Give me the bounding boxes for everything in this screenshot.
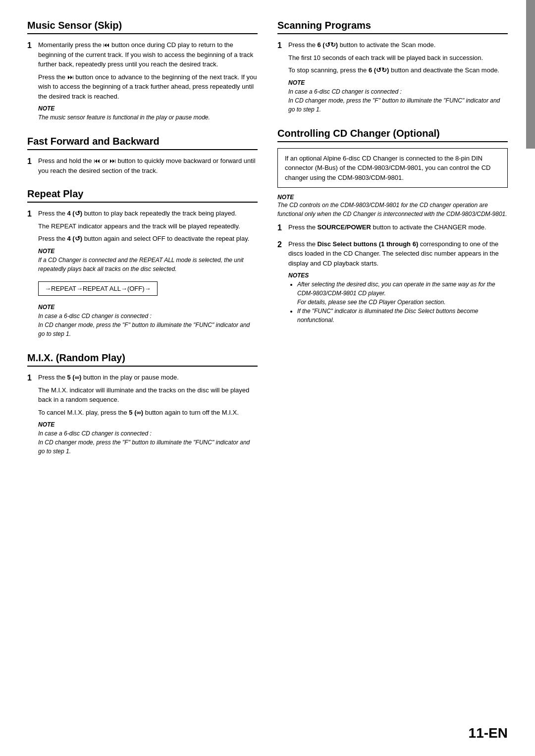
- repeat-play-p2: The REPEAT indicator appears and the tra…: [38, 221, 258, 231]
- mix-play-step1: 1 Press the 5 (∞) button in the play or …: [27, 373, 258, 460]
- section-mix-play: M.I.X. (Random Play) 1 Press the 5 (∞) b…: [27, 352, 258, 460]
- repeat-play-p3: Press the 4 (↺) button again and select …: [38, 234, 258, 244]
- cd-changer-notes-plural: NOTES After selecting the desired disc, …: [288, 271, 508, 324]
- scanning-p2: The first 10 seconds of each track will …: [288, 53, 508, 63]
- repeat-play-step1: 1 Press the 4 (↺) button to play back re…: [27, 209, 258, 342]
- cd-changer-step2-content: Press the Disc Select buttons (1 through…: [288, 239, 508, 329]
- cd-changer-step1: 1 Press the SOURCE/POWER button to activ…: [277, 222, 508, 235]
- repeat-play-note2: NOTE In case a 6-disc CD changer is conn…: [38, 303, 258, 338]
- right-column: Scanning Programs 1 Press the 6 (↺↻) but…: [277, 20, 508, 470]
- page-num-value: 11: [469, 725, 484, 741]
- repeat-diagram: →REPEAT→REPEAT ALL→(OFF)→: [38, 281, 158, 296]
- section-music-sensor: Music Sensor (Skip) 1 Momentarily press …: [27, 20, 258, 126]
- mix-play-note: NOTE In case a 6-disc CD changer is conn…: [38, 420, 258, 456]
- cd-changer-info-box: If an optional Alpine 6-disc CD Changer …: [277, 148, 508, 188]
- page-num-suffix: -EN: [484, 725, 508, 741]
- mix-play-p1: Press the 5 (∞) button in the play or pa…: [38, 373, 258, 382]
- scanning-step1-content: Press the 6 (↺↻) button to activate the …: [288, 40, 508, 118]
- step-num-ff1: 1: [27, 156, 35, 178]
- repeat-play-step1-content: Press the 4 (↺) button to play back repe…: [38, 209, 258, 342]
- page-container: Music Sensor (Skip) 1 Momentarily press …: [0, 0, 535, 756]
- music-sensor-p1: Momentarily press the ⏮ button once duri…: [38, 40, 258, 69]
- music-sensor-title: Music Sensor (Skip): [27, 20, 258, 34]
- mix-play-note-label: NOTE: [38, 420, 258, 429]
- music-sensor-note-label: NOTE: [38, 104, 258, 113]
- section-scanning: Scanning Programs 1 Press the 6 (↺↻) but…: [277, 20, 508, 118]
- scanning-p3: To stop scanning, press the 6 (↺↻) butto…: [288, 65, 508, 75]
- mix-play-p3: To cancel M.I.X. play, press the 5 (∞) b…: [38, 408, 258, 418]
- repeat-play-p1: Press the 4 (↺) button to play back repe…: [38, 209, 258, 218]
- scanning-title: Scanning Programs: [277, 20, 508, 34]
- scanning-note: NOTE In case a 6-disc CD changer is conn…: [288, 78, 508, 114]
- repeat-play-note2-text: In case a 6-disc CD changer is connected…: [38, 312, 258, 338]
- step-num-cdc1: 1: [277, 222, 285, 235]
- music-sensor-step1-content: Momentarily press the ⏮ button once duri…: [38, 40, 258, 126]
- scanning-p1: Press the 6 (↺↻) button to activate the …: [288, 40, 508, 50]
- cd-changer-step2: 2 Press the Disc Select buttons (1 throu…: [277, 239, 508, 329]
- music-sensor-step1: 1 Momentarily press the ⏮ button once du…: [27, 40, 258, 126]
- cd-changer-note-intro-label: NOTE: [277, 194, 508, 201]
- step-num-cdc2: 2: [277, 239, 285, 329]
- page-number: 11-EN: [469, 725, 508, 741]
- repeat-play-note1-text: If a CD Changer is connected and the REP…: [38, 256, 258, 273]
- music-sensor-note-text: The music sensor feature is functional i…: [38, 113, 258, 122]
- step-num-mix1: 1: [27, 373, 35, 460]
- repeat-play-note2-label: NOTE: [38, 303, 258, 312]
- cd-changer-notes-label: NOTES: [288, 271, 508, 280]
- repeat-play-note1-label: NOTE: [38, 247, 258, 256]
- section-cd-changer: Controlling CD Changer (Optional) If an …: [277, 128, 508, 329]
- cd-changer-note-item-1: After selecting the desired disc, you ca…: [297, 280, 508, 307]
- cd-changer-note-intro: NOTE The CD controls on the CDM-9803/CDM…: [277, 194, 508, 218]
- cd-changer-notes-list: After selecting the desired disc, you ca…: [297, 280, 508, 324]
- cd-changer-note-intro-text: The CD controls on the CDM-9803/CDM-9801…: [277, 201, 508, 218]
- mix-play-title: M.I.X. (Random Play): [27, 352, 258, 367]
- mix-play-step1-content: Press the 5 (∞) button in the play or pa…: [38, 373, 258, 460]
- fast-forward-title: Fast Forward and Backward: [27, 136, 258, 150]
- two-column-layout: Music Sensor (Skip) 1 Momentarily press …: [27, 20, 508, 470]
- left-column: Music Sensor (Skip) 1 Momentarily press …: [27, 20, 258, 470]
- scanning-note-text: In case a 6-disc CD changer is connected…: [288, 87, 508, 114]
- fast-forward-p1: Press and hold the ⏮ or ⏭ button to quic…: [38, 156, 258, 175]
- step-num-sc1: 1: [277, 40, 285, 118]
- cd-changer-step1-p1: Press the SOURCE/POWER button to activat…: [288, 222, 508, 232]
- scanning-step1: 1 Press the 6 (↺↻) button to activate th…: [277, 40, 508, 118]
- scrollbar-decoration: [526, 0, 535, 149]
- cd-changer-title: Controlling CD Changer (Optional): [277, 128, 508, 142]
- repeat-play-title: Repeat Play: [27, 188, 258, 203]
- fast-forward-step1-content: Press and hold the ⏮ or ⏭ button to quic…: [38, 156, 258, 178]
- fast-forward-step1: 1 Press and hold the ⏮ or ⏭ button to qu…: [27, 156, 258, 178]
- music-sensor-note: NOTE The music sensor feature is functio…: [38, 104, 258, 122]
- scanning-note-label: NOTE: [288, 78, 508, 87]
- section-fast-forward: Fast Forward and Backward 1 Press and ho…: [27, 136, 258, 178]
- repeat-play-note1: NOTE If a CD Changer is connected and th…: [38, 247, 258, 273]
- mix-play-note-text: In case a 6-disc CD changer is connected…: [38, 429, 258, 456]
- cd-changer-step1-content: Press the SOURCE/POWER button to activat…: [288, 222, 508, 235]
- cd-changer-note-item-2: If the "FUNC" indicator is illuminated t…: [297, 307, 508, 324]
- step-num-1: 1: [27, 40, 35, 126]
- music-sensor-p2: Press the ⏭ button once to advance to th…: [38, 72, 258, 102]
- mix-play-p2: The M.I.X. indicator will illuminate and…: [38, 385, 258, 405]
- section-repeat-play: Repeat Play 1 Press the 4 (↺) button to …: [27, 188, 258, 342]
- cd-changer-info-text: If an optional Alpine 6-disc CD Changer …: [285, 155, 490, 181]
- cd-changer-step2-p1: Press the Disc Select buttons (1 through…: [288, 239, 508, 269]
- step-num-rp1: 1: [27, 209, 35, 342]
